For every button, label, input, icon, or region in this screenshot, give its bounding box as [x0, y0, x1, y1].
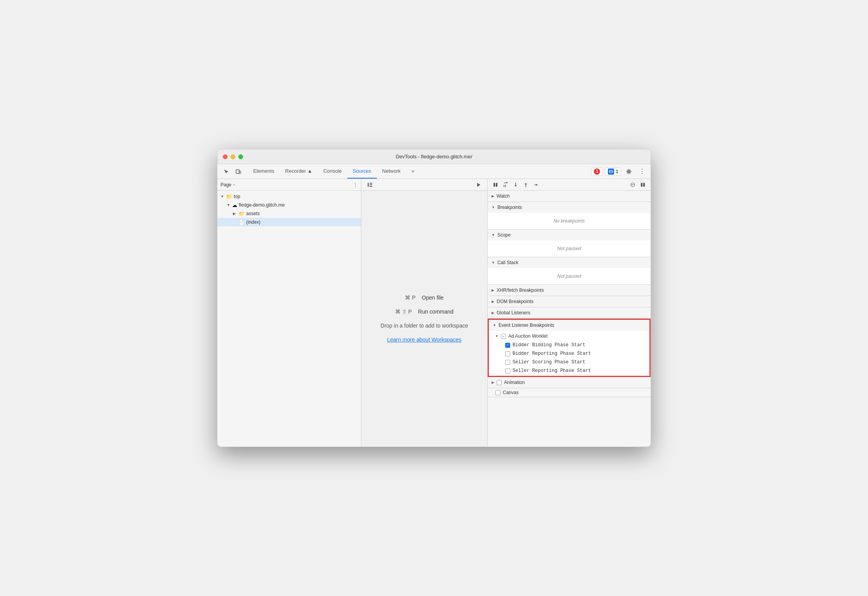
scope-label: Scope [497, 232, 511, 238]
shortcut-open-file: ⌘ P Open file [405, 294, 443, 301]
xhr-label: XHR/fetch Breakpoints [497, 287, 544, 293]
ad-auction-label: Ad Auction Worklet [508, 333, 548, 339]
svg-rect-2 [609, 170, 612, 173]
folder-blue-icon: 📁 [238, 211, 245, 217]
event-listener-label: Event Listener Breakpoints [499, 323, 554, 328]
device-toolbar-icon[interactable] [233, 166, 244, 177]
tree-item-top[interactable]: ▼ 📁 top [217, 192, 361, 201]
dom-label: DOM Breakpoints [497, 299, 534, 304]
step-icon[interactable] [531, 180, 541, 189]
xhr-section-header[interactable]: ▶ XHR/fetch Breakpoints [488, 285, 651, 296]
chevron-down-icon: ▼ [492, 205, 495, 209]
bidder-reporting-checkbox[interactable] [505, 351, 510, 356]
callstack-not-paused-text: Not paused [488, 271, 651, 281]
svg-marker-15 [525, 183, 527, 184]
breakpoints-content: No breakpoints [488, 213, 651, 229]
canvas-checkbox[interactable] [495, 390, 500, 395]
xhr-section: ▶ XHR/fetch Breakpoints [488, 285, 651, 296]
toggle-navigator-icon[interactable] [364, 179, 375, 190]
messages-count-label: 1 [616, 169, 618, 174]
animation-section-header[interactable]: ▶ Animation [488, 377, 651, 388]
step-out-icon[interactable] [521, 180, 530, 189]
maximize-button[interactable] [238, 154, 243, 159]
bidder-bidding-checkbox[interactable] [505, 343, 510, 348]
panel-more-icon[interactable]: ⋮ [353, 182, 358, 188]
tab-console[interactable]: Console [318, 164, 347, 179]
messages-count [608, 168, 614, 175]
chevron-right-icon: ▶ [492, 288, 494, 292]
tab-sources[interactable]: Sources [347, 164, 377, 179]
animation-checkbox[interactable] [497, 380, 502, 385]
dom-section: ▶ DOM Breakpoints [488, 296, 651, 307]
chevron-down-icon: ▼ [220, 195, 224, 198]
ad-auction-group-header[interactable]: ▼ − Ad Auction Worklet [489, 331, 649, 341]
scope-section-header[interactable]: ▼ Scope [488, 230, 651, 240]
seller-scoring-checkbox[interactable] [505, 360, 510, 365]
chevron-right-icon: ▶ [492, 300, 494, 303]
seller-scoring-label: Seller Scoring Phase Start [513, 359, 585, 365]
no-breakpoints-text: No breakpoints [488, 216, 651, 226]
left-panel: Page » ⋮ ▼ 📁 top ▼ ☁ fledge-demo.glitch.… [217, 179, 361, 447]
chevron-down-icon: ▼ [492, 233, 495, 237]
svg-rect-1 [240, 171, 241, 174]
chevron-right-icon: ▶ [233, 212, 237, 216]
step-over-icon[interactable] [501, 180, 510, 189]
step-into-icon[interactable] [511, 180, 520, 189]
chevron-right-icon: ▶ [492, 311, 494, 315]
call-stack-section: ▼ Call Stack Not paused [488, 257, 651, 285]
right-panel: ▶ Watch ▼ Breakpoints No breakpoints ▼ S… [487, 179, 651, 447]
cloud-icon: ☁ [232, 202, 237, 208]
deactivate-breakpoints-icon[interactable] [628, 180, 637, 189]
scope-not-paused-text: Not paused [488, 244, 651, 254]
tree-item-index[interactable]: 📄 (index) [217, 218, 361, 226]
chevron-down-icon: ▼ [495, 334, 499, 338]
learn-workspaces-link[interactable]: Learn more about Workspaces [387, 337, 461, 343]
error-count: 1 [594, 168, 600, 175]
watch-section: ▶ Watch [488, 191, 651, 202]
tab-network[interactable]: Network [377, 164, 406, 179]
tab-bar: Elements Recorder ▲ Console Sources Netw… [248, 164, 590, 179]
chevron-down-icon: ▼ [492, 261, 495, 265]
pointer-icon[interactable] [220, 166, 231, 177]
close-button[interactable] [223, 154, 228, 159]
seller-reporting-checkbox[interactable] [505, 368, 510, 373]
pause-on-exceptions-icon[interactable] [638, 180, 648, 189]
canvas-partial-row: Canvas [488, 388, 651, 397]
pause-icon[interactable] [491, 180, 500, 189]
shortcut-label-open: Open file [422, 294, 444, 301]
settings-icon[interactable] [623, 166, 634, 177]
svg-rect-20 [641, 183, 642, 187]
svg-rect-6 [370, 184, 372, 185]
shortcut-key-open: ⌘ P [405, 294, 415, 301]
run-snippet-icon[interactable] [473, 179, 484, 190]
ad-auction-checkbox[interactable]: − [501, 334, 506, 339]
svg-rect-0 [236, 170, 239, 174]
panel-expand-icon[interactable]: » [233, 182, 235, 187]
errors-badge[interactable]: 1 [591, 167, 603, 176]
more-options-icon[interactable]: ⋮ [637, 166, 648, 177]
animation-label: Animation [504, 380, 525, 385]
canvas-section: Canvas [488, 388, 651, 397]
tab-more[interactable]: » [406, 164, 420, 179]
svg-rect-10 [496, 183, 497, 187]
tab-elements[interactable]: Elements [248, 164, 280, 179]
call-stack-section-header[interactable]: ▼ Call Stack [488, 257, 651, 268]
traffic-lights [223, 154, 243, 159]
animation-section: ▶ Animation [488, 377, 651, 388]
event-item-seller-scoring: Seller Scoring Phase Start [489, 358, 649, 366]
tab-recorder[interactable]: Recorder ▲ [280, 164, 318, 179]
chevron-right-icon: ▶ [492, 194, 494, 198]
window-title: DevTools - fledge-demo.glitch.me/ [396, 154, 472, 160]
svg-marker-13 [514, 185, 517, 187]
tree-item-assets[interactable]: ▶ 📁 assets [217, 209, 361, 218]
global-listeners-section-header[interactable]: ▶ Global Listeners [488, 307, 651, 318]
messages-badge[interactable]: 1 [605, 167, 621, 176]
breakpoints-section-header[interactable]: ▼ Breakpoints [488, 202, 651, 213]
event-listener-section: ▼ Event Listener Breakpoints ▼ − Ad Auct… [488, 319, 651, 377]
watch-label: Watch [497, 193, 510, 199]
event-listener-section-header[interactable]: ▼ Event Listener Breakpoints [489, 320, 649, 331]
minimize-button[interactable] [231, 154, 235, 159]
watch-section-header[interactable]: ▶ Watch [488, 191, 651, 202]
dom-section-header[interactable]: ▶ DOM Breakpoints [488, 296, 651, 307]
tree-item-domain[interactable]: ▼ ☁ fledge-demo.glitch.me [217, 201, 361, 209]
